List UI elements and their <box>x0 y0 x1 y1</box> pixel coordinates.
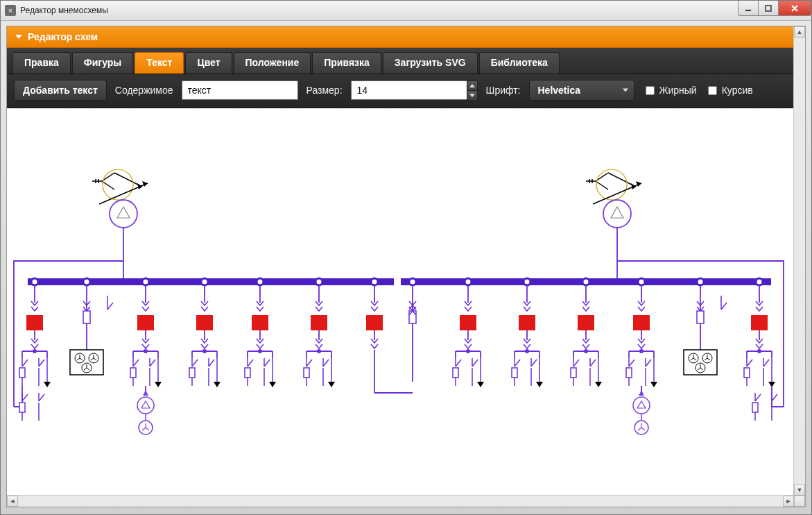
horizontal-scrollbar[interactable]: ◄ ► <box>7 495 794 507</box>
disconnector[interactable] <box>19 358 44 386</box>
tab-2[interactable]: Текст <box>135 52 184 74</box>
scroll-corner <box>794 496 805 507</box>
aux-transformer[interactable] <box>70 350 103 375</box>
disconnector[interactable] <box>304 358 329 386</box>
svg-line-154 <box>531 360 537 366</box>
svg-line-134 <box>456 360 461 366</box>
feeder-9[interactable] <box>512 278 543 387</box>
breaker[interactable] <box>196 315 213 330</box>
feeder-4[interactable] <box>245 278 276 387</box>
minimize-button[interactable] <box>738 1 759 16</box>
breaker[interactable] <box>578 315 594 330</box>
tab-0[interactable]: Правка <box>12 52 71 74</box>
disconnector[interactable] <box>245 358 270 386</box>
feeder-0[interactable] <box>14 278 51 421</box>
size-input[interactable] <box>351 81 467 100</box>
schematic-svg[interactable] <box>7 108 794 497</box>
diagram-canvas[interactable] <box>7 108 805 507</box>
scroll-right-button[interactable]: ► <box>783 496 794 507</box>
tab-1[interactable]: Фигуры <box>72 52 134 74</box>
scroll-down-button[interactable]: ▼ <box>794 484 805 496</box>
disconnector[interactable] <box>189 358 214 386</box>
feeder-13[interactable] <box>744 278 784 421</box>
svg-marker-99 <box>269 382 276 387</box>
svg-rect-93 <box>245 368 250 378</box>
italic-checkbox[interactable] <box>708 86 717 95</box>
size-step-up[interactable] <box>467 81 478 90</box>
size-label: Размер: <box>306 85 343 96</box>
breaker[interactable] <box>26 315 43 330</box>
svg-rect-216 <box>744 368 750 378</box>
feeder-3[interactable] <box>189 278 221 387</box>
feeder-2[interactable] <box>130 278 162 434</box>
svg-rect-198 <box>697 311 704 323</box>
breaker[interactable] <box>460 315 476 330</box>
add-text-button[interactable]: Добавить текст <box>14 80 107 101</box>
close-button[interactable] <box>779 1 811 16</box>
svg-point-190 <box>633 397 650 414</box>
tab-6[interactable]: Загрузить SVG <box>383 52 478 74</box>
disconnector[interactable] <box>19 393 44 421</box>
svg-line-206 <box>721 303 727 310</box>
ribbon-header[interactable]: Редактор схем <box>7 26 805 48</box>
svg-rect-151 <box>512 368 517 378</box>
scroll-left-button[interactable]: ◄ <box>7 496 18 507</box>
content-input[interactable] <box>182 81 298 100</box>
svg-rect-30 <box>19 403 25 412</box>
motor[interactable] <box>137 397 154 434</box>
breaker[interactable] <box>366 315 383 330</box>
font-label: Шрифт: <box>486 85 521 96</box>
svg-point-63 <box>137 397 154 414</box>
breaker[interactable] <box>519 315 535 330</box>
italic-checkbox-wrap[interactable]: Курсив <box>705 84 753 97</box>
disconnector[interactable] <box>571 358 596 386</box>
svg-point-142 <box>524 278 530 285</box>
disconnector[interactable] <box>453 358 478 386</box>
aux-transformer[interactable] <box>684 350 717 375</box>
feeder-10[interactable] <box>571 278 602 387</box>
feeder-12[interactable] <box>684 278 727 375</box>
svg-marker-141 <box>477 382 484 387</box>
svg-point-207 <box>756 278 763 285</box>
font-select[interactable]: Helvetica <box>529 80 634 101</box>
motor[interactable] <box>633 397 650 434</box>
disconnector[interactable] <box>512 358 537 386</box>
breaker[interactable] <box>751 315 768 330</box>
maximize-button[interactable] <box>759 1 779 16</box>
disconnector[interactable] <box>130 358 155 386</box>
svg-line-112 <box>323 360 329 366</box>
tab-7[interactable]: Библиотека <box>479 52 560 74</box>
tab-5[interactable]: Привязка <box>312 52 381 74</box>
svg-line-29 <box>22 394 28 401</box>
svg-rect-109 <box>304 368 309 378</box>
bold-checkbox[interactable] <box>646 86 655 95</box>
svg-rect-21 <box>19 368 25 378</box>
feeder-1[interactable] <box>70 278 113 375</box>
svg-marker-27 <box>44 382 51 387</box>
scroll-up-button[interactable]: ▲ <box>794 26 805 37</box>
feeder-6[interactable] <box>366 278 413 393</box>
disconnector[interactable] <box>626 358 651 386</box>
feeder-5[interactable] <box>304 278 335 387</box>
svg-rect-56 <box>130 368 136 378</box>
svg-line-46 <box>107 303 113 310</box>
svg-point-195 <box>697 278 704 285</box>
tab-3[interactable]: Цвет <box>185 52 232 74</box>
feeder-7[interactable] <box>409 278 416 382</box>
vertical-scrollbar[interactable]: ▲ ▼ <box>793 26 805 496</box>
tab-4[interactable]: Положение <box>234 52 311 74</box>
feeder-8[interactable] <box>453 278 484 387</box>
breaker[interactable] <box>311 315 327 330</box>
breaker[interactable] <box>252 315 268 330</box>
feeder-11[interactable] <box>626 278 657 434</box>
breaker[interactable] <box>137 315 154 330</box>
svg-point-5 <box>110 200 137 228</box>
svg-point-10 <box>603 200 631 228</box>
breaker[interactable] <box>633 315 650 330</box>
svg-point-120 <box>409 278 416 285</box>
disconnector[interactable] <box>744 358 769 386</box>
size-step-down[interactable] <box>467 90 478 101</box>
svg-line-92 <box>248 360 253 366</box>
svg-line-170 <box>590 360 596 366</box>
bold-checkbox-wrap[interactable]: Жирный <box>643 84 697 97</box>
